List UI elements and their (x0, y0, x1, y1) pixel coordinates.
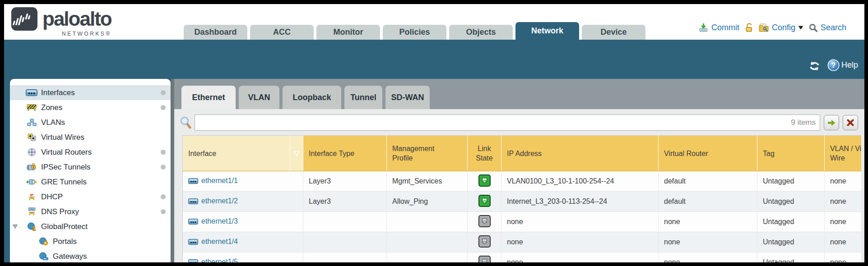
sidebar-item-label: DHCP (41, 193, 63, 202)
column-header-ip-address[interactable]: IP Address (501, 136, 659, 171)
sidebar-item-globalprotect[interactable]: GlobalProtect (10, 219, 171, 234)
svg-text:IP: IP (30, 193, 33, 197)
filter-bar: 9 items (180, 115, 858, 131)
column-header-management-profile[interactable]: Management Profile (387, 136, 468, 171)
sidebar-item-label: Portals (53, 237, 77, 246)
sidebar-item-portals[interactable]: Portals (10, 234, 171, 249)
cell-ip-address: none (501, 212, 659, 232)
commit-icon (698, 23, 709, 32)
tab-dashboard[interactable]: Dashboard (184, 25, 247, 40)
interfaces-table-wrap: InterfaceInterface TypeManagement Profil… (182, 135, 861, 262)
config-menu[interactable]: Config (759, 23, 803, 32)
sidebar-item-dns-proxy[interactable]: DNSDNS Proxy (10, 204, 171, 219)
tab-policies[interactable]: Policies (383, 25, 446, 40)
link-down-icon (478, 215, 491, 227)
cell-management-profile (387, 212, 468, 232)
logo-text: paloalto NETWORKS® (42, 7, 111, 37)
sidebar-item[interactable] (10, 261, 171, 262)
sidebar-item-virtual-wires[interactable]: Virtual Wires (10, 130, 171, 145)
interface-link[interactable]: ethernet1/3 (188, 217, 238, 225)
globalprotect-icon (27, 222, 37, 231)
column-header-virtual-router[interactable]: Virtual Router (659, 136, 757, 171)
interface-icon (188, 239, 198, 245)
tab-objects[interactable]: Objects (449, 25, 513, 40)
column-header-link-state[interactable]: Link State (468, 136, 501, 171)
status-dot (161, 209, 166, 214)
tab-vlan[interactable]: VLAN (239, 86, 279, 109)
tab-network[interactable]: Network (515, 22, 579, 40)
search-button[interactable]: Search (809, 23, 846, 32)
tab-loopback[interactable]: Loopback (283, 86, 341, 109)
table-row: ethernet1/4nonenoneUntaggednone (183, 232, 862, 252)
cell-management-profile: Mgmt_Services (387, 171, 468, 192)
cell-interface-type: Layer3 (303, 192, 387, 212)
sidebar-item-virtual-routers[interactable]: Virtual Routers (10, 145, 171, 160)
sidebar-item-vlans[interactable]: VLANs (10, 115, 171, 130)
link-up-icon (478, 195, 491, 207)
cell-vlan-virtual-wire: none (825, 192, 862, 212)
sidebar-splitter[interactable] (171, 79, 174, 262)
column-header-tag[interactable]: Tag (757, 136, 825, 171)
sidebar-item-ipsec-tunnels[interactable]: IPSec Tunnels (10, 160, 171, 174)
expander-down-icon[interactable] (13, 225, 18, 229)
sidebar-item-gre-tunnels[interactable]: GRE Tunnels (10, 174, 171, 189)
interface-name: ethernet1/5 (201, 258, 238, 262)
sort-filter-button[interactable] (290, 136, 303, 171)
cell-interface-type (303, 212, 387, 232)
link-up-icon (478, 174, 491, 187)
tab-acc[interactable]: ACC (250, 25, 314, 40)
tab-device[interactable]: Device (582, 25, 645, 40)
column-header-interface-type[interactable]: Interface Type (303, 136, 387, 171)
link-down-icon (478, 235, 491, 248)
cell-link-state (468, 192, 501, 212)
clear-filter-button[interactable] (843, 115, 858, 130)
content-area: EthernetVLANLoopbackTunnelSD-WAN 9 items… (174, 79, 864, 262)
lock-icon[interactable] (745, 23, 753, 32)
interface-type-tabs: EthernetVLANLoopbackTunnelSD-WAN (181, 86, 430, 109)
sidebar-item-dhcp[interactable]: IPDHCP (10, 189, 171, 204)
brand-subtitle: NETWORKS® (62, 31, 111, 37)
sidebar-item-label: DNS Proxy (41, 207, 79, 216)
interface-link[interactable]: ethernet1/1 (188, 177, 238, 185)
virtual-routers-icon (28, 148, 36, 156)
svg-text:?: ? (831, 61, 836, 69)
help-button[interactable]: ? Help (827, 59, 858, 71)
interface-link[interactable]: ethernet1/2 (188, 197, 238, 205)
content-panel: 9 items InterfaceInterface TypeManagemen… (174, 109, 864, 262)
sidebar-item-interfaces[interactable]: Interfaces (10, 85, 171, 100)
zones-icon (27, 104, 37, 111)
link-down-icon (478, 256, 491, 263)
interface-link[interactable]: ethernet1/5 (188, 258, 238, 262)
column-header-vlan-virtual-wire[interactable]: VLAN / Virtual Wire (825, 136, 862, 171)
search-icon (809, 23, 818, 32)
search-label: Search (821, 23, 846, 32)
refresh-icon[interactable] (808, 61, 821, 71)
cell-management-profile (387, 232, 468, 252)
apply-filter-button[interactable] (824, 115, 839, 130)
caret-down-icon (798, 26, 803, 30)
config-icon (759, 23, 769, 32)
interfaces-icon (26, 89, 37, 96)
sidebar: InterfacesZonesVLANsVirtual WiresVirtual… (10, 79, 171, 262)
interface-link[interactable]: ethernet1/4 (188, 238, 238, 246)
cell-tag: Untagged (757, 212, 825, 232)
column-header-interface[interactable]: Interface (183, 136, 290, 171)
tab-monitor[interactable]: Monitor (316, 25, 380, 40)
cell-interface-type: Layer3 (303, 171, 387, 192)
table-row: ethernet1/5nonenoneUntaggednone (183, 252, 862, 263)
header-actions: Commit Config Search (698, 23, 846, 32)
cell-link-state (468, 171, 501, 192)
status-dot (161, 150, 166, 155)
help-label: Help (841, 60, 858, 70)
sidebar-item-zones[interactable]: Zones (10, 100, 171, 115)
tab-ethernet[interactable]: Ethernet (181, 86, 236, 109)
filter-search-icon (180, 116, 192, 129)
vlans-icon (27, 119, 37, 126)
tab-sd-wan[interactable]: SD-WAN (385, 86, 430, 109)
commit-button[interactable]: Commit (698, 23, 739, 32)
cell-vlan-virtual-wire: none (825, 171, 862, 192)
filter-input[interactable] (195, 115, 820, 131)
tab-tunnel[interactable]: Tunnel (344, 86, 382, 109)
cell-link-state (468, 252, 501, 263)
sidebar-item-label: GRE Tunnels (41, 178, 87, 187)
